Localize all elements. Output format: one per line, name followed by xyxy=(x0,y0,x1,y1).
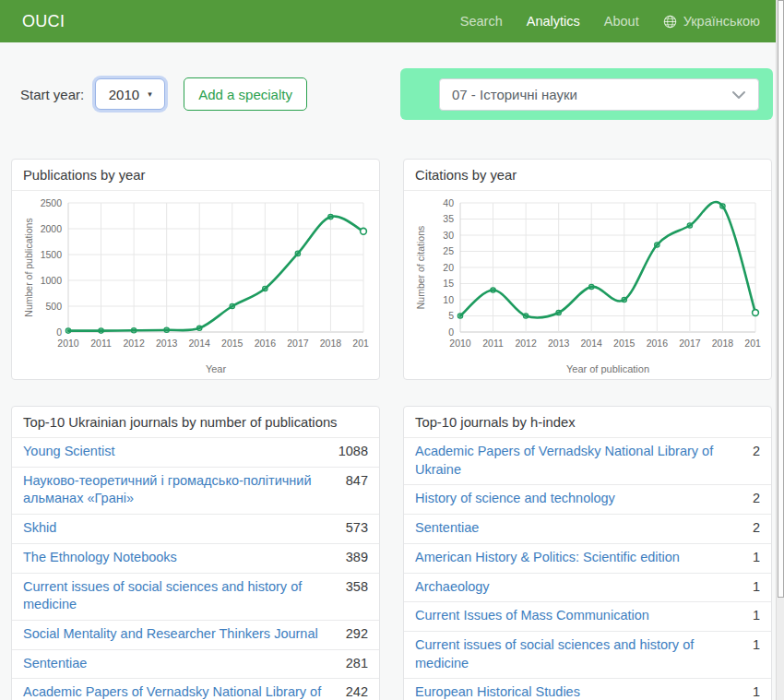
svg-text:Year: Year xyxy=(206,363,227,374)
row-value: 573 xyxy=(346,519,368,538)
scrollbar-thumb[interactable] xyxy=(778,0,784,598)
citations-chart-card: Citations by year 0510152025303540201020… xyxy=(403,159,772,380)
svg-text:20: 20 xyxy=(443,262,454,273)
svg-text:30: 30 xyxy=(443,230,454,241)
table-row: Науково-теоретичний і громадсько-політич… xyxy=(12,467,379,514)
nav-item-analytics[interactable]: Analytics xyxy=(527,14,580,29)
table-row: Academic Papers of Vernadsky National Li… xyxy=(12,678,379,700)
nav-menu: Search Analytics About Українською xyxy=(460,14,760,29)
svg-text:0: 0 xyxy=(56,326,62,338)
nav-item-about[interactable]: About xyxy=(604,14,639,29)
journal-link[interactable]: Sententiae xyxy=(415,519,492,538)
svg-text:25: 25 xyxy=(443,245,454,256)
start-year-label: Start year: xyxy=(20,87,84,102)
svg-text:Number of publications: Number of publications xyxy=(23,218,34,316)
table-row: Academic Papers of Vernadsky National Li… xyxy=(404,438,771,484)
row-value: 292 xyxy=(346,625,368,644)
journal-link[interactable]: Current Issues of Mass Communication xyxy=(415,607,662,625)
table-rows: Academic Papers of Vernadsky National Li… xyxy=(404,438,771,700)
globe-icon xyxy=(663,15,677,29)
svg-text:2500: 2500 xyxy=(41,197,63,208)
svg-text:2016: 2016 xyxy=(255,338,277,349)
svg-text:2011: 2011 xyxy=(482,338,504,349)
chart-title: Publications by year xyxy=(12,160,379,191)
journal-link[interactable]: European Historical Studies xyxy=(415,683,593,700)
publications-chart: 0500100015002000250020102011201220132014… xyxy=(22,194,369,376)
start-year-value: 2010 xyxy=(109,87,139,102)
row-value: 1 xyxy=(753,578,760,597)
svg-text:2018: 2018 xyxy=(712,338,734,349)
journal-link[interactable]: The Ethnology Notebooks xyxy=(23,549,190,567)
svg-text:2015: 2015 xyxy=(221,338,244,349)
svg-text:35: 35 xyxy=(443,213,454,224)
table-row: Archaeology1 xyxy=(404,573,771,602)
journal-link[interactable]: Current issues of social sciences and hi… xyxy=(415,636,753,672)
row-value: 2 xyxy=(753,519,760,538)
row-value: 2 xyxy=(753,490,760,508)
journal-link[interactable]: Archaeology xyxy=(415,578,503,597)
nav-item-search[interactable]: Search xyxy=(460,14,503,29)
row-value: 1 xyxy=(753,683,760,700)
svg-text:2010: 2010 xyxy=(449,338,471,349)
table-row: American History & Politics: Scientific … xyxy=(404,543,771,573)
table-row: Sententiae281 xyxy=(12,649,379,679)
journal-link[interactable]: Науково-теоретичний і громадсько-політич… xyxy=(23,472,346,508)
row-value: 281 xyxy=(346,655,368,673)
start-year-select[interactable]: 2010 ▾ xyxy=(95,78,165,110)
svg-text:1500: 1500 xyxy=(41,249,63,260)
charts-row: Publications by year 0500100015002000250… xyxy=(0,159,784,380)
table-row: Current issues of social sciences and hi… xyxy=(404,631,771,678)
row-value: 847 xyxy=(346,472,368,491)
table-row: Young Scientist1088 xyxy=(12,438,379,467)
journal-link[interactable]: Skhid xyxy=(23,519,69,538)
journal-link[interactable]: American History & Politics: Scientific … xyxy=(415,549,693,567)
svg-text:15: 15 xyxy=(443,278,454,289)
publications-chart-card: Publications by year 0500100015002000250… xyxy=(11,159,380,380)
svg-text:Number of citations: Number of citations xyxy=(415,226,426,309)
svg-text:2012: 2012 xyxy=(515,338,537,349)
tables-row: Top-10 Ukrainian journals by number of p… xyxy=(0,406,784,700)
table-row: European Historical Studies1 xyxy=(404,678,771,700)
journal-link[interactable]: Social Mentality and Researcher Thinkers… xyxy=(23,625,331,644)
table-row: History of science and technology2 xyxy=(404,484,771,514)
svg-text:2013: 2013 xyxy=(156,338,178,349)
brand-logo[interactable]: OUCI xyxy=(22,12,65,31)
journal-link[interactable]: Sententiae xyxy=(23,655,100,673)
svg-text:2019: 2019 xyxy=(744,338,761,349)
journal-link[interactable]: Young Scientist xyxy=(23,443,127,461)
chart-title: Citations by year xyxy=(404,160,771,191)
row-value: 1 xyxy=(753,607,760,625)
svg-text:2013: 2013 xyxy=(548,338,570,349)
language-switcher[interactable]: Українською xyxy=(663,14,760,29)
svg-text:500: 500 xyxy=(45,301,62,312)
svg-text:2018: 2018 xyxy=(320,338,342,349)
svg-text:2010: 2010 xyxy=(57,338,79,349)
citations-chart: 0510152025303540201020112012201320142015… xyxy=(414,194,761,376)
svg-text:2011: 2011 xyxy=(90,338,112,349)
row-value: 358 xyxy=(346,578,368,597)
row-value: 1 xyxy=(753,636,760,655)
journal-link[interactable]: History of science and technology xyxy=(415,490,628,508)
top-journals-hindex-card: Top-10 journals by h-index Academic Pape… xyxy=(403,406,772,700)
svg-text:Year of publication: Year of publication xyxy=(566,363,649,374)
specialty-select[interactable]: 07 - Історичні науки xyxy=(439,78,759,111)
table-row: Social Mentality and Researcher Thinkers… xyxy=(12,620,379,649)
row-value: 242 xyxy=(346,683,368,700)
table-title: Top-10 journals by h-index xyxy=(404,407,771,438)
add-specialty-button[interactable]: Add a specialty xyxy=(184,77,307,111)
svg-text:2015: 2015 xyxy=(613,338,636,349)
vertical-scrollbar[interactable] xyxy=(776,0,784,700)
row-value: 2 xyxy=(753,443,760,461)
journal-link[interactable]: Academic Papers of Vernadsky National Li… xyxy=(415,443,753,479)
svg-text:0: 0 xyxy=(448,326,454,338)
journal-link[interactable]: Current issues of social sciences and hi… xyxy=(23,578,346,614)
svg-text:2012: 2012 xyxy=(123,338,145,349)
svg-text:2017: 2017 xyxy=(287,338,309,349)
svg-text:40: 40 xyxy=(443,197,454,208)
svg-text:2014: 2014 xyxy=(581,338,603,349)
journal-link[interactable]: Academic Papers of Vernadsky National Li… xyxy=(23,683,346,700)
svg-text:1000: 1000 xyxy=(41,275,63,286)
row-value: 389 xyxy=(346,549,368,567)
filters-bar: Start year: 2010 ▾ Add a specialty 07 - … xyxy=(0,68,784,120)
table-title: Top-10 Ukrainian journals by number of p… xyxy=(12,407,379,438)
